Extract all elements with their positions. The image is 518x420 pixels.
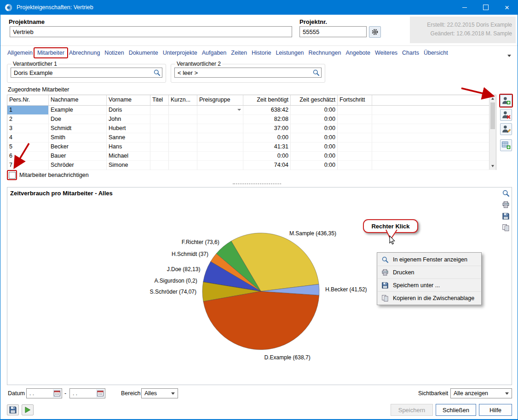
scrollbar-thumb[interactable] xyxy=(490,102,495,129)
tab-leistungen[interactable]: Leistungen xyxy=(273,48,306,58)
maximize-button[interactable] xyxy=(475,0,496,15)
table-header-cell[interactable]: Vorname xyxy=(107,95,150,105)
minimize-button[interactable] xyxy=(454,0,475,15)
context-menu-item[interactable]: Speichern unter ... xyxy=(378,279,481,292)
pie-slice-label: H.Becker (41,52) xyxy=(325,286,367,293)
scroll-up-button[interactable] xyxy=(489,95,496,102)
table-cell xyxy=(197,161,243,170)
tab-charts[interactable]: Charts xyxy=(400,48,421,58)
table-cell xyxy=(372,142,496,152)
chart-print-button[interactable] xyxy=(501,200,510,209)
table-row[interactable]: 7SchröderSimone74:040:00 xyxy=(7,161,496,170)
table-row[interactable]: 3SchmidtHubert37:000:00 xyxy=(7,124,496,133)
remove-employee-button[interactable] xyxy=(500,109,512,121)
table-header-cell[interactable]: Zeit benötigt xyxy=(243,95,291,105)
scroll-down-button[interactable] xyxy=(489,163,496,170)
table-row[interactable]: 2DoeJohn82:080:00 xyxy=(7,115,496,124)
tab-weiteres[interactable]: Weiteres xyxy=(373,48,400,58)
context-menu: In eigenem Fenster anzeigenDruckenSpeich… xyxy=(377,252,482,305)
table-cell xyxy=(169,124,197,133)
close-button[interactable]: × xyxy=(496,0,518,15)
context-menu-item-label: Speichern unter ... xyxy=(393,282,440,289)
context-menu-item[interactable]: Kopieren in die Zwischenablage xyxy=(378,292,481,304)
tab-abrechnung[interactable]: Abrechnung xyxy=(67,48,102,58)
context-menu-item[interactable]: Drucken xyxy=(378,266,481,279)
save-button[interactable] xyxy=(7,404,19,415)
table-cell: Simone xyxy=(107,161,150,170)
tab-zeiten[interactable]: Zeiten xyxy=(229,48,249,58)
table-cell xyxy=(169,133,197,142)
table-cell: 7 xyxy=(7,161,49,170)
date-from-calendar-button[interactable] xyxy=(53,389,61,397)
date-from-field[interactable]: . . xyxy=(26,388,62,398)
table-cell: Doris xyxy=(107,106,150,115)
tab-notizen[interactable]: Notizen xyxy=(102,48,126,58)
table-cell xyxy=(197,115,243,124)
table-header-cell[interactable]: Fortschritt xyxy=(338,95,372,105)
pie-slice-D.Example[interactable] xyxy=(203,291,319,350)
window-title: Projekteigenschaften: Vertrieb xyxy=(17,4,93,11)
edit-employee-button[interactable] xyxy=(500,123,512,135)
table-cell: Schröder xyxy=(49,161,107,170)
responsible1-input[interactable] xyxy=(11,68,162,78)
table-row[interactable]: 1ExampleDoris638:420:00 xyxy=(7,106,496,115)
table-cell xyxy=(150,133,169,142)
table-header-cell[interactable]: Zeit geschätzt xyxy=(291,95,338,105)
chevron-down-icon xyxy=(237,109,241,113)
start-button[interactable] xyxy=(22,404,34,415)
table-row[interactable]: 4SmithSanne0:000:00 xyxy=(7,133,496,142)
notify-checkbox[interactable] xyxy=(9,172,15,178)
tab-dokumente[interactable]: Dokumente xyxy=(127,48,161,58)
bereich-select[interactable]: Alles xyxy=(141,388,178,398)
table-header-cell[interactable]: Kurzn... xyxy=(169,95,197,105)
tab-aufgaben[interactable]: Aufgaben xyxy=(200,48,229,58)
chart-save-button[interactable] xyxy=(501,212,510,221)
tab-mitarbeiter[interactable]: Mitarbeiter xyxy=(35,48,67,58)
notify-row: Mitarbeiter benachrichtigen xyxy=(9,172,89,178)
add-employee-button[interactable] xyxy=(500,95,512,107)
project-name-input[interactable] xyxy=(10,26,292,37)
responsible2-input[interactable] xyxy=(174,68,322,78)
table-header-cell[interactable]: Pers.Nr. xyxy=(7,95,49,105)
project-nr-input[interactable] xyxy=(299,26,367,37)
magnifier-icon xyxy=(502,192,510,199)
table-cell: Becker xyxy=(49,142,107,152)
table-cell: 0:00 xyxy=(291,152,338,161)
tab-historie[interactable]: Historie xyxy=(249,48,273,58)
table-header: Pers.Nr.NachnameVornameTitelKurzn...Prei… xyxy=(7,95,496,106)
table-header-cell[interactable]: Nachname xyxy=(49,95,107,105)
table-row[interactable]: 6BauerMichael0:000:00 xyxy=(7,152,496,161)
hilfe-button[interactable]: Hilfe xyxy=(479,404,512,416)
annotation-callout: Rechter Klick xyxy=(363,219,418,233)
table-cell: 37:00 xyxy=(243,124,291,133)
speichern-button[interactable]: Speichern xyxy=(391,404,433,416)
tab-übersicht[interactable]: Übersicht xyxy=(421,48,450,58)
tab-overflow-button[interactable] xyxy=(507,51,511,59)
context-menu-item[interactable]: In eigenem Fenster anzeigen xyxy=(378,253,481,266)
tab-allgemein[interactable]: Allgemein xyxy=(5,48,35,58)
employee-table[interactable]: Pers.Nr.NachnameVornameTitelKurzn...Prei… xyxy=(7,95,496,170)
date-from-value: . . xyxy=(29,390,34,397)
chart-zoom-button[interactable] xyxy=(501,189,510,198)
table-header-cell[interactable]: Titel xyxy=(150,95,169,105)
table-row[interactable]: 5BeckerHans41:310:00 xyxy=(7,142,496,152)
tab-angebote[interactable]: Angebote xyxy=(343,48,373,58)
date-to-calendar-button[interactable] xyxy=(96,389,104,397)
date-to-field[interactable]: . . xyxy=(69,388,105,398)
tab-rechnungen[interactable]: Rechnungen xyxy=(306,48,344,58)
chart-copy-button[interactable] xyxy=(501,223,510,232)
schliessen-button[interactable]: Schließen xyxy=(436,404,476,416)
grid-plus-icon xyxy=(501,144,511,151)
splitter-handle[interactable] xyxy=(233,183,281,184)
project-settings-button[interactable] xyxy=(369,26,381,38)
table-scrollbar[interactable] xyxy=(489,95,496,170)
table-header-cell[interactable]: Preisgruppe xyxy=(197,95,243,105)
tab-unterprojekte[interactable]: Unterprojekte xyxy=(161,48,200,58)
search-icon[interactable] xyxy=(153,69,161,76)
pie-slice-label: J.Doe (82,13) xyxy=(167,266,201,272)
search-icon[interactable] xyxy=(312,69,320,76)
sichtbarkeit-select[interactable]: Alle anzeigen xyxy=(450,388,512,398)
table-cell: Hans xyxy=(107,142,150,152)
add-schedule-button[interactable] xyxy=(500,139,512,151)
project-name-label: Projektname xyxy=(9,18,45,25)
